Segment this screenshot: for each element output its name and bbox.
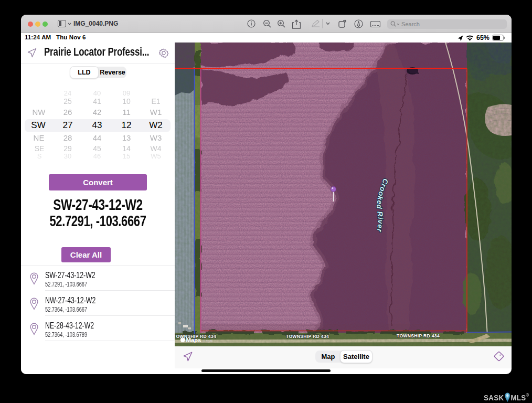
svg-text:Legal: Legal (204, 339, 213, 343)
svg-text:Maps: Maps (186, 337, 201, 343)
svg-text:TOWNSHIP RD 434: TOWNSHIP RD 434 (397, 333, 440, 338)
svg-text:TOWNSHIP RD 434: TOWNSHIP RD 434 (286, 334, 329, 339)
